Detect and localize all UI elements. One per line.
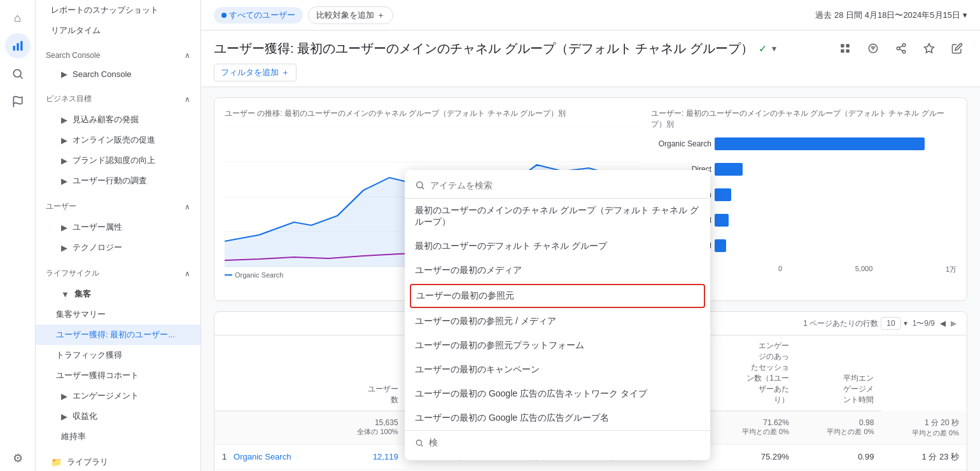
svg-rect-1 <box>17 43 18 51</box>
user-acquisition-item[interactable]: ユーザー獲得: 最初のユーザー... <box>36 325 200 345</box>
snapshot-item[interactable]: レポートのスナップショット <box>36 0 200 20</box>
svg-rect-2 <box>20 41 22 51</box>
svg-line-4 <box>20 76 22 79</box>
home-icon-btn[interactable]: ⌂ <box>5 5 31 31</box>
svg-line-27 <box>421 445 423 447</box>
dropdown-item-4[interactable]: ユーザーの最初の参照元 / メディア <box>405 309 710 334</box>
bar-direct <box>715 163 743 176</box>
col-header-channel <box>214 335 329 411</box>
dropdown-item-8[interactable]: ユーザーの最初の Google 広告の広告グループ名 <box>405 406 710 430</box>
svg-point-13 <box>902 50 906 53</box>
bar-row-2: Paid Search <box>715 188 956 201</box>
business-item-0[interactable]: ▶ 見込み顧客の発掘 <box>36 109 200 130</box>
filter-add-btn[interactable]: フィルタを追加 ＋ <box>214 64 297 81</box>
svg-point-26 <box>416 440 421 445</box>
bar-paid-search <box>715 188 731 201</box>
svg-point-12 <box>897 47 900 50</box>
page-header: ユーザー獲得: 最初のユーザーのメインのチャネル グループ（デフォルト チャネル… <box>201 31 980 87</box>
search-console-section-header[interactable]: Search Console ∧ <box>36 46 200 65</box>
dropdown-item-2[interactable]: ユーザーの最初のメディア <box>405 258 710 283</box>
svg-point-3 <box>13 69 21 77</box>
main-sidebar: レポートのスナップショット リアルタイム Search Console ∧ ▶ … <box>36 0 201 471</box>
icon-sidebar: ⌂ ⚙ <box>0 0 36 471</box>
user-item-1[interactable]: ▶ テクノロジー <box>36 237 200 258</box>
settings-icon-btn[interactable]: ⚙ <box>5 446 31 471</box>
svg-point-11 <box>902 44 906 47</box>
bar-row-1: Direct <box>715 163 956 176</box>
col-header-avg-engagement[interactable]: 平均エンゲージメント時間 <box>797 335 882 411</box>
search-icon-btn[interactable] <box>5 61 31 87</box>
date-range[interactable]: 過去 28 日間 4月18日〜2024年5月15日 ▾ <box>815 10 967 21</box>
table-icon-btn[interactable] <box>835 38 855 59</box>
analytics-icon-btn[interactable] <box>5 33 31 59</box>
svg-marker-16 <box>925 44 934 53</box>
bar-organic-social <box>715 214 729 227</box>
x-axis: 0 5,000 1万 <box>715 265 956 274</box>
verified-icon: ✓ <box>759 43 767 55</box>
col-header-sessions-per-user[interactable]: エンゲージのあったセッション数（1ユーザーあたり） <box>711 335 797 411</box>
engagement-section[interactable]: ▶ エンゲージメント <box>36 386 200 406</box>
content-area: ユーザー の推移: 最初のユーザーのメインのチャネル グループ（デフォルト チャ… <box>201 87 980 471</box>
top-bar-left: すべてのユーザー 比較対象を追加 ＋ <box>214 6 393 24</box>
retention-section[interactable]: 維持率 <box>36 426 200 447</box>
acquisition-section[interactable]: ▼ 集客 <box>36 284 200 304</box>
line-chart-label: ユーザー の推移: 最初のユーザーのメインのチャネル グループ（デフォルト チャ… <box>225 108 641 119</box>
main-content: すべてのユーザー 比較対象を追加 ＋ 過去 28 日間 4月18日〜2024年5… <box>201 0 980 471</box>
flag-icon-btn[interactable] <box>5 89 31 115</box>
svg-rect-7 <box>846 44 850 47</box>
bar-chart-label: ユーザー: 最初のユーザーのメインのチャネル グループ（デフォルト チャネル グ… <box>651 108 956 130</box>
svg-rect-0 <box>13 46 15 51</box>
page-title-row: ユーザー獲得: 最初のユーザーのメインのチャネル グループ（デフォルト チャネル… <box>214 38 967 59</box>
edit-icon-btn[interactable] <box>947 38 967 59</box>
cohort-item[interactable]: ユーザー獲得コホート <box>36 365 200 386</box>
dropdown-search-input[interactable] <box>430 180 700 190</box>
dropdown-item-0[interactable]: 最初のユーザーのメインのチャネル グループ（デフォルト チャネル グループ） <box>405 199 710 234</box>
business-item-3[interactable]: ▶ ユーザー行動の調査 <box>36 171 200 191</box>
rows-per-page: 1 ページあたりの行数 10 ▾ <box>803 317 907 330</box>
user-item-0[interactable]: ▶ ユーザー属性 <box>36 217 200 237</box>
bookmark-icon-btn[interactable] <box>919 38 939 59</box>
dropdown-item-6[interactable]: ユーザーの最初のキャンペーン <box>405 358 710 382</box>
svg-rect-8 <box>841 50 844 53</box>
user-section-header[interactable]: ユーザー ∧ <box>36 196 200 217</box>
traffic-acquisition-item[interactable]: トラフィック獲得 <box>36 345 200 365</box>
dropdown-item-1[interactable]: 最初のユーザーのデフォルト チャネル グループ <box>405 234 710 258</box>
dropdown-search <box>405 175 710 199</box>
dropdown-search-icon <box>415 180 425 190</box>
filter-icon-btn[interactable] <box>863 38 883 59</box>
page-title-icons <box>835 38 967 59</box>
acquisition-summary-item[interactable]: 集客サマリー <box>36 304 200 325</box>
svg-line-25 <box>422 187 424 189</box>
business-item-1[interactable]: ▶ オンライン販売の促進 <box>36 130 200 150</box>
bar-organic-search <box>715 137 925 150</box>
svg-line-15 <box>899 46 902 48</box>
add-compare-btn[interactable]: 比較対象を追加 ＋ <box>308 6 393 24</box>
search-console-item[interactable]: ▶ Search Console <box>36 65 200 83</box>
realtime-item[interactable]: リアルタイム <box>36 20 200 41</box>
dropdown-item-7[interactable]: ユーザーの最初の Google 広告の広告ネットワーク タイプ <box>405 382 710 406</box>
bar-row-3: Organic Social <box>715 214 956 227</box>
library-item[interactable]: 📁 ライブラリ <box>36 452 200 471</box>
page-title: ユーザー獲得: 最初のユーザーのメインのチャネル グループ（デフォルト チャネル… <box>214 40 776 57</box>
lifecycle-section-header[interactable]: ライフサイクル ∧ <box>36 263 200 284</box>
business-section-header[interactable]: ビジネス目標 ∧ <box>36 88 200 109</box>
all-users-chip[interactable]: すべてのユーザー <box>214 7 303 24</box>
share-icon-btn[interactable] <box>891 38 911 59</box>
top-bar: すべてのユーザー 比較対象を追加 ＋ 過去 28 日間 4月18日〜2024年5… <box>201 0 980 31</box>
chip-dot <box>221 13 227 18</box>
bar-row-4: Referral <box>715 239 956 252</box>
bar-row-0: Organic Search <box>715 137 956 150</box>
dropdown-item-3-highlighted[interactable]: ユーザーの最初の参照元 <box>410 284 705 308</box>
dropdown-footer: 検 <box>405 430 710 455</box>
bar-referral <box>715 239 726 252</box>
business-item-2[interactable]: ▶ ブランド認知度の向上 <box>36 150 200 171</box>
footer-search-icon <box>415 439 424 447</box>
svg-rect-9 <box>846 50 850 53</box>
dropdown-item-5[interactable]: ユーザーの最初の参照元プラットフォーム <box>405 334 710 358</box>
svg-rect-6 <box>841 44 844 47</box>
svg-line-14 <box>899 49 902 51</box>
dimension-dropdown: 最初のユーザーのメインのチャネル グループ（デフォルト チャネル グループ） 最… <box>405 170 710 460</box>
svg-point-24 <box>417 182 423 188</box>
col-header-users[interactable]: ユーザー数 <box>329 335 405 411</box>
monetization-section[interactable]: ▶ 収益化 <box>36 406 200 426</box>
